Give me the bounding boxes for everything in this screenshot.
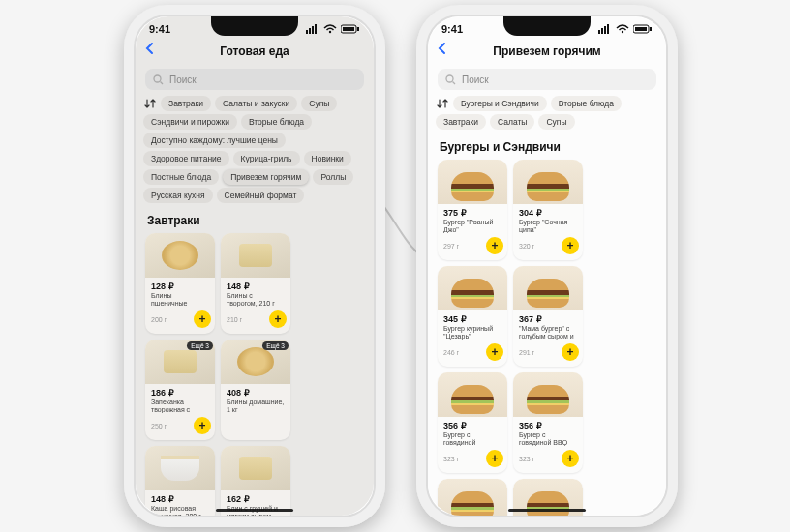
product-image	[438, 160, 507, 204]
svg-rect-1	[309, 28, 311, 34]
product-price: 162 ₽	[221, 490, 290, 504]
back-button[interactable]	[436, 42, 449, 59]
chip[interactable]: Завтраки	[161, 96, 211, 111]
product-image	[438, 266, 507, 310]
svg-rect-2	[312, 26, 314, 34]
product-price: 128 ₽	[145, 278, 215, 291]
chip[interactable]: Супы	[301, 96, 337, 111]
add-button[interactable]: +	[562, 237, 579, 254]
page-title: Готовая еда	[220, 44, 289, 58]
product-card[interactable]: Ещё 3 408 ₽ Блины домашние, 1 кг	[221, 340, 290, 440]
add-button[interactable]: +	[194, 310, 211, 328]
product-price: 356 ₽	[438, 417, 507, 430]
product-weight: 200 г	[151, 316, 167, 323]
search-placeholder: Поиск	[169, 74, 197, 85]
chip[interactable]: Здоровое питание	[143, 151, 229, 166]
chip[interactable]: Бургеры и Сэндвичи	[453, 96, 547, 111]
chip[interactable]: Русская кухня	[143, 188, 213, 203]
chip[interactable]: Завтраки	[436, 114, 486, 130]
signal-icon	[306, 24, 319, 34]
product-name: Бургер "Рваный Джо"	[438, 218, 507, 233]
section-title: Бургеры и Сэндвичи	[428, 138, 666, 160]
more-badge: Ещё 3	[262, 341, 289, 350]
product-card[interactable]: 367 ₽ "Мама бургер" с голубым сыром и ви…	[513, 266, 583, 367]
chip[interactable]: Вторые блюда	[551, 96, 622, 111]
svg-rect-11	[601, 28, 603, 34]
svg-rect-7	[357, 27, 359, 31]
header: Привезем горячим	[428, 38, 666, 65]
product-card[interactable]: 356 ₽ Бургер с говядиной "Капрезе" 323 г…	[438, 372, 507, 473]
product-grid: 128 ₽ Блины пшеничные 200 г + 148 ₽ Блин…	[136, 233, 374, 516]
chip[interactable]: Доступно каждому: лучшие цены	[143, 133, 286, 148]
product-weight: 210 г	[227, 316, 242, 323]
product-price: 408 ₽	[221, 384, 290, 398]
product-image: Ещё 3	[221, 340, 290, 384]
product-price: 345 ₽	[438, 310, 507, 324]
chip[interactable]: Супы	[538, 114, 574, 130]
product-image	[145, 446, 215, 490]
product-price: 304 ₽	[513, 204, 583, 218]
svg-rect-6	[343, 27, 354, 31]
product-card[interactable]: 265 ₽	[438, 479, 507, 516]
home-indicator[interactable]	[508, 509, 586, 512]
product-card[interactable]: Ещё 3 186 ₽ Запеканка творожная с грушей…	[145, 340, 215, 440]
battery-icon	[341, 24, 360, 34]
product-card[interactable]: 304 ₽ Бургер "Сочная ципа" 320 г+	[513, 160, 583, 260]
wifi-icon	[323, 24, 337, 34]
product-image	[513, 160, 583, 204]
sort-icon[interactable]	[436, 97, 449, 110]
chip[interactable]: Постные блюда	[143, 169, 219, 185]
product-card[interactable]: 375 ₽ Бургер "Рваный Джо" 297 г+	[438, 160, 507, 260]
search-input[interactable]: Поиск	[438, 69, 656, 90]
product-card[interactable]: 148 ₽ Каша рисовая молочная, 200 г	[145, 446, 215, 516]
product-image: Ещё 3	[145, 340, 215, 384]
add-button[interactable]: +	[486, 343, 503, 361]
phone-left: 9:41 Готовая еда Поиск Завтраки	[124, 5, 385, 527]
add-button[interactable]: +	[194, 417, 211, 434]
add-button[interactable]: +	[486, 450, 503, 467]
product-card[interactable]: 148 ₽ Блины с творогом, 210 г 210 г +	[221, 233, 290, 334]
product-grid: 375 ₽ Бургер "Рваный Джо" 297 г+ 304 ₽ Б…	[428, 160, 666, 516]
product-card[interactable]: 162 ₽ Блин с грушей и мягким сыром	[221, 446, 290, 516]
home-indicator[interactable]	[216, 509, 293, 512]
svg-rect-0	[306, 30, 308, 34]
product-price: 186 ₽	[145, 384, 215, 398]
product-name: "Мама бургер" с голубым сыром и вишневым…	[513, 324, 583, 340]
chip[interactable]: Роллы	[313, 169, 353, 185]
product-card[interactable]: 128 ₽ Блины пшеничные 200 г +	[145, 233, 215, 334]
svg-point-4	[329, 31, 331, 33]
add-button[interactable]: +	[562, 343, 579, 361]
chip[interactable]: Новинки	[304, 151, 351, 166]
product-name: Блины пшеничные	[145, 291, 215, 307]
chip[interactable]: Семейный формат	[217, 188, 305, 203]
product-name: Каша рисовая молочная, 200 г	[145, 504, 215, 516]
add-button[interactable]: +	[269, 310, 287, 328]
svg-line-9	[161, 81, 164, 84]
product-price: 367 ₽	[513, 310, 583, 324]
product-card[interactable]: 345 ₽ Бургер куриный "Цезарь" 246 г+	[438, 266, 507, 367]
wifi-icon	[616, 24, 629, 34]
product-image	[438, 372, 507, 417]
product-name: Бургер с говядиной "Капрезе"	[438, 430, 507, 446]
product-weight: 320 г	[519, 243, 534, 250]
chip[interactable]: Курица-гриль	[233, 151, 300, 166]
add-button[interactable]: +	[562, 450, 579, 467]
svg-point-14	[622, 31, 623, 33]
chip-selected[interactable]: Привезем горячим	[223, 169, 309, 185]
back-button[interactable]	[143, 42, 157, 59]
svg-point-18	[446, 75, 453, 82]
add-button[interactable]: +	[486, 237, 503, 254]
chip[interactable]: Салаты и закуски	[215, 96, 297, 111]
svg-rect-17	[650, 27, 652, 31]
product-image	[513, 372, 583, 417]
chip[interactable]: Вторые блюда	[241, 114, 312, 130]
sort-icon[interactable]	[143, 97, 157, 110]
product-weight: 297 г	[443, 243, 459, 250]
chip[interactable]: Сэндвичи и пирожки	[143, 114, 237, 130]
product-name: Блины домашние, 1 кг	[221, 398, 290, 413]
product-card[interactable]: 356 ₽ Бургер с говядиной BBQ 323 г+	[513, 372, 583, 473]
product-image	[221, 446, 290, 490]
product-price: 375 ₽	[438, 204, 507, 218]
chip[interactable]: Салаты	[490, 114, 534, 130]
search-input[interactable]: Поиск	[145, 69, 364, 90]
